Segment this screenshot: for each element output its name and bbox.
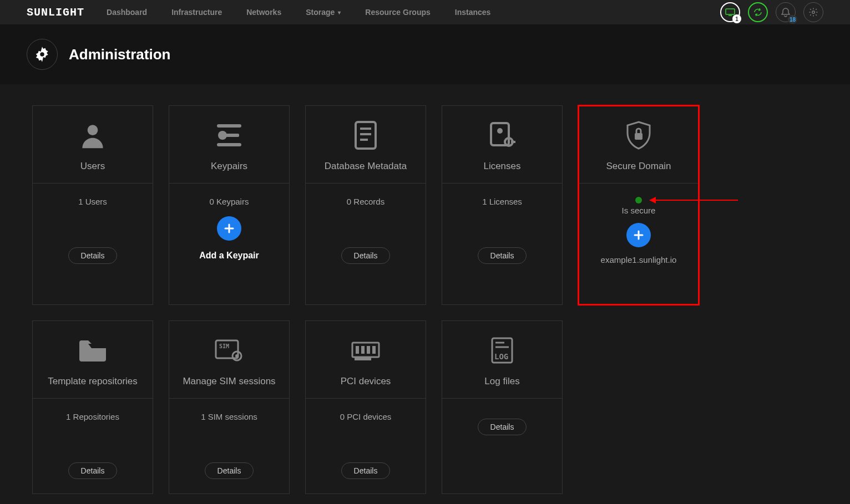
card-template-repositories: Template repositories 1 Repositories Det… [32,320,153,494]
details-button[interactable]: Details [478,247,527,264]
license-icon [487,119,518,152]
svg-rect-24 [356,346,359,354]
nav-resource-groups[interactable]: Resource Groups [365,8,430,17]
card-title: Secure Domain [606,161,671,172]
document-icon [352,119,379,152]
gear-icon [808,7,818,17]
nav-instances[interactable]: Instances [455,8,491,17]
card-top: Template repositories [33,321,153,399]
pci-icon [349,334,382,367]
svg-text:SIM: SIM [219,343,229,349]
admin-grid: Users 1 Users Details Keypairs 0 Keypair… [0,84,850,504]
card-stat: 1 Repositories [66,412,119,421]
svg-rect-28 [355,357,371,360]
nav-right: 1 18 [720,2,823,22]
svg-point-22 [235,354,239,358]
card-sim-sessions: SIM Manage SIM sessions 1 SIM sessions D… [169,320,290,494]
card-stat: 1 Users [78,197,107,206]
svg-rect-18 [635,133,642,140]
nav-dashboard[interactable]: Dashboard [107,8,147,17]
status-text: Is secure [622,206,656,215]
sync-button[interactable] [748,2,768,22]
chevron-down-icon: ▾ [338,9,341,16]
sync-icon [753,7,763,17]
notifications-badge: 18 [788,15,797,24]
details-button[interactable]: Details [341,462,391,479]
plus-icon [632,228,645,242]
card-stat: 1 SIM sessions [201,412,257,421]
card-body: 1 SIM sessions Details [169,399,289,493]
card-body: Is secure example1.sunlight.io [579,184,699,279]
card-body: 0 PCI devices Details [306,399,426,493]
svg-rect-26 [367,346,370,354]
details-button[interactable]: Details [68,247,118,264]
shield-lock-icon [624,119,653,152]
folder-icon [76,334,109,367]
gear-icon [34,46,50,63]
details-button[interactable]: Details [68,462,118,479]
add-keypair-button[interactable] [217,216,241,241]
svg-rect-14 [491,123,509,145]
svg-rect-0 [726,9,735,14]
card-database-metadata: Database Metadata 0 Records Details [305,105,426,305]
annotation-arrow [655,200,738,201]
details-button[interactable]: Details [205,462,254,479]
nav-storage-label: Storage [306,8,335,17]
card-stat: 0 Keypairs [210,197,249,206]
add-keypair-label: Add a Keypair [199,251,259,261]
nav-networks[interactable]: Networks [246,8,281,17]
svg-point-7 [218,131,227,140]
key-icon [213,119,246,152]
card-title: Manage SIM sessions [183,376,275,387]
notifications-button[interactable]: 18 [776,2,796,22]
title-bar: Administration [0,24,850,84]
card-title: Template repositories [48,376,138,387]
card-body: 1 Licenses Details [442,184,562,278]
card-stat: 1 Licenses [482,197,522,206]
card-keypairs: Keypairs 0 Keypairs Add a Keypair [169,105,290,305]
card-top: Database Metadata [306,106,426,184]
svg-point-15 [497,128,503,134]
card-stat: 0 Records [347,197,384,206]
card-licenses: Licenses 1 Licenses Details [442,105,563,305]
card-body: Details [442,399,562,450]
svg-rect-27 [372,346,376,354]
log-icon: LOG [488,334,517,367]
plus-icon [222,222,236,235]
settings-button[interactable] [803,2,823,22]
page-title: Administration [69,46,170,63]
svg-rect-9 [217,143,241,146]
card-top: Licenses [442,106,562,184]
svg-point-5 [88,125,98,135]
card-top: SIM Manage SIM sessions [169,321,289,399]
svg-rect-25 [361,346,365,354]
nav-items: Dashboard Infrastructure Networks Storag… [107,8,720,17]
add-domain-button[interactable] [626,223,651,247]
page-title-icon-wrap [27,39,58,70]
svg-point-4 [40,52,44,57]
card-users: Users 1 Users Details [32,105,153,305]
card-title: Database Metadata [325,161,407,172]
svg-point-2 [812,11,815,14]
top-nav: SUNLIGHT Dashboard Infrastructure Networ… [0,0,850,24]
monitor-button[interactable]: 1 [720,2,740,22]
card-stat: 0 PCI devices [340,412,392,421]
monitor-badge: 1 [732,14,741,23]
card-body: 0 Keypairs Add a Keypair [169,184,289,275]
user-icon [77,119,108,152]
details-button[interactable]: Details [341,247,391,264]
card-top: LOG Log files [442,321,562,399]
card-secure-domain: Secure Domain Is secure example1.sunligh… [578,105,699,305]
details-button[interactable]: Details [478,419,527,435]
svg-rect-17 [511,141,515,143]
card-body: 1 Users Details [33,184,153,278]
status-dot [635,197,642,203]
nav-storage[interactable]: Storage ▾ [306,8,341,17]
nav-infrastructure[interactable]: Infrastructure [171,8,222,17]
card-top: Keypairs [169,106,289,184]
card-title: Users [80,161,105,172]
card-body: 1 Repositories Details [33,399,153,493]
card-top: PCI devices [306,321,426,399]
sim-icon: SIM [213,334,246,367]
card-title: Licenses [483,161,520,172]
